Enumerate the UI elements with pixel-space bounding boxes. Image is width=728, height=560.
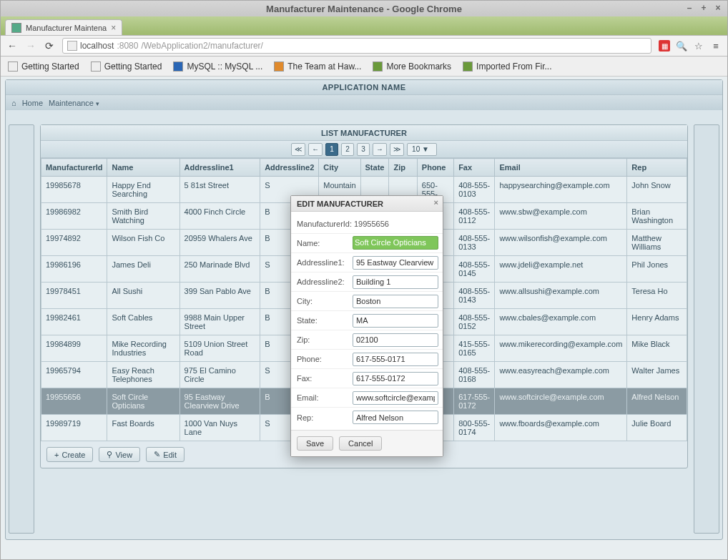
table-cell: Mike Recording Industries bbox=[107, 335, 179, 362]
menu-icon[interactable]: ≡ bbox=[710, 40, 722, 51]
breadcrumb-section[interactable]: Maintenance bbox=[49, 99, 99, 107]
table-cell: 408-555-0112 bbox=[454, 203, 495, 230]
bookmark-item[interactable]: Getting Started bbox=[91, 62, 162, 72]
table-cell: 19986982 bbox=[41, 203, 107, 230]
state-field[interactable] bbox=[353, 314, 438, 328]
bookmark-item[interactable]: Getting Started bbox=[8, 62, 79, 72]
column-header[interactable]: State bbox=[360, 159, 389, 177]
table-cell: 399 San Pablo Ave bbox=[179, 283, 260, 309]
city-field[interactable] bbox=[353, 295, 438, 308]
table-cell: 5109 Union Street Road bbox=[179, 335, 260, 362]
city-label: City: bbox=[291, 297, 353, 305]
addressline1-field[interactable] bbox=[353, 256, 438, 270]
paginator-next-button[interactable]: → bbox=[373, 143, 387, 156]
table-cell: Soft Circle Opticians bbox=[107, 388, 179, 415]
forward-button[interactable]: → bbox=[25, 40, 36, 51]
fax-field[interactable] bbox=[353, 372, 438, 385]
cancel-button[interactable]: Cancel bbox=[339, 436, 382, 451]
tab-close-icon[interactable]: × bbox=[111, 23, 116, 33]
table-cell: 19955656 bbox=[41, 388, 107, 415]
paginator-page-3[interactable]: 3 bbox=[357, 143, 370, 156]
breadcrumb-home[interactable]: Home bbox=[22, 99, 43, 107]
list-title: LIST MANUFACTURER bbox=[41, 125, 687, 141]
create-button[interactable]: +Create bbox=[46, 447, 93, 462]
dialog-footer: Save Cancel bbox=[291, 430, 443, 456]
table-cell: Soft Cables bbox=[107, 309, 179, 335]
column-header[interactable]: Phone bbox=[417, 159, 453, 177]
phone-field[interactable] bbox=[353, 353, 438, 366]
view-button[interactable]: ⚲View bbox=[99, 447, 140, 462]
paginator-page-1[interactable]: 1 bbox=[325, 143, 338, 156]
bookmark-item[interactable]: The Team at Haw... bbox=[274, 62, 361, 72]
bookmark-label: The Team at Haw... bbox=[287, 62, 361, 72]
table-cell: 95 Eastway Clearview Drive bbox=[179, 388, 260, 415]
view-label: View bbox=[115, 451, 132, 459]
bookmark-item[interactable]: MySQL :: MySQL ... bbox=[173, 62, 262, 72]
browser-tab[interactable]: Manufacturer Maintena × bbox=[5, 19, 122, 35]
table-cell: 19984899 bbox=[41, 335, 107, 362]
extension-icon[interactable]: ▦ bbox=[659, 40, 670, 51]
bookmarks-bar: Getting Started Getting Started MySQL ::… bbox=[1, 57, 727, 77]
close-window-icon[interactable]: × bbox=[713, 3, 723, 13]
table-cell: James Deli bbox=[107, 256, 179, 283]
table-cell: www.cbales@example.com bbox=[495, 309, 627, 335]
minimize-icon[interactable]: – bbox=[684, 3, 694, 13]
zip-field[interactable] bbox=[353, 333, 438, 347]
url-input[interactable]: localhost:8080/WebApplication2/manufactu… bbox=[62, 38, 651, 54]
nav-bar: ← → ⟳ localhost:8080/WebApplication2/man… bbox=[1, 35, 727, 57]
column-header[interactable]: Name bbox=[107, 159, 179, 177]
bookmark-label: Getting Started bbox=[21, 62, 79, 72]
rep-field[interactable] bbox=[353, 411, 438, 424]
bookmark-item[interactable]: Imported From Fir... bbox=[463, 62, 551, 72]
table-cell: Fast Boards bbox=[107, 415, 179, 441]
email-field[interactable] bbox=[353, 391, 438, 405]
table-cell: www.wilsonfish@example.com bbox=[495, 230, 627, 256]
column-header[interactable]: Email bbox=[495, 159, 627, 177]
bookmark-icon bbox=[373, 62, 383, 72]
table-cell: 975 El Camino Circle bbox=[179, 362, 260, 388]
dialog-title[interactable]: EDIT MANUFACTURER × bbox=[291, 196, 443, 212]
home-icon[interactable]: ⌂ bbox=[11, 99, 16, 107]
page-icon bbox=[67, 41, 77, 51]
a1-label: Addressline1: bbox=[291, 258, 353, 267]
back-button[interactable]: ← bbox=[6, 40, 18, 51]
reload-button[interactable]: ⟳ bbox=[44, 40, 55, 51]
column-header[interactable]: ManufacturerId bbox=[41, 159, 107, 177]
column-header[interactable]: City bbox=[319, 159, 360, 177]
column-header[interactable]: Fax bbox=[454, 159, 495, 177]
dialog-close-icon[interactable]: × bbox=[434, 198, 438, 207]
table-cell: John Snow bbox=[627, 177, 687, 203]
table-cell: happysearching@example.com bbox=[495, 177, 627, 203]
column-header[interactable]: Addressline1 bbox=[179, 159, 260, 177]
table-cell: 19974892 bbox=[41, 230, 107, 256]
plus-icon: + bbox=[54, 451, 59, 459]
zip-label: Zip: bbox=[291, 335, 353, 344]
table-cell: All Sushi bbox=[107, 283, 179, 309]
table-cell: Easy Reach Telephones bbox=[107, 362, 179, 388]
bookmark-item[interactable]: More Bookmarks bbox=[373, 62, 451, 72]
table-cell: www.jdeli@example.net bbox=[495, 256, 627, 283]
save-button[interactable]: Save bbox=[297, 436, 333, 451]
paginator-prev-button[interactable]: ← bbox=[308, 143, 323, 156]
paginator-page-2[interactable]: 2 bbox=[341, 143, 354, 156]
column-header[interactable]: Addressline2 bbox=[260, 159, 319, 177]
table-cell: 19965794 bbox=[41, 362, 107, 388]
paginator-size-select[interactable]: 10 ▼ bbox=[407, 143, 437, 156]
paginator: ≪ ← 1 2 3 → ≫ 10 ▼ bbox=[41, 141, 687, 158]
url-host: localhost bbox=[80, 41, 114, 51]
edit-button[interactable]: ✎Edit bbox=[146, 447, 185, 462]
column-header[interactable]: Zip bbox=[389, 159, 417, 177]
zoom-icon[interactable]: 🔍 bbox=[676, 40, 687, 51]
table-cell: Alfred Nelson bbox=[627, 388, 687, 415]
table-cell: Walter James bbox=[627, 362, 687, 388]
column-header[interactable]: Rep bbox=[627, 159, 687, 177]
bookmark-star-icon[interactable]: ☆ bbox=[693, 40, 704, 51]
paginator-last-button[interactable]: ≫ bbox=[390, 143, 404, 156]
create-label: Create bbox=[62, 451, 85, 459]
paginator-first-button[interactable]: ≪ bbox=[291, 143, 305, 156]
tab-favicon-icon bbox=[11, 23, 21, 33]
addressline2-field[interactable] bbox=[353, 275, 438, 289]
table-cell: www.mikerecording@example.com bbox=[495, 335, 627, 362]
maximize-icon[interactable]: + bbox=[699, 3, 709, 13]
name-field[interactable]: Soft Circle Opticians bbox=[353, 236, 438, 250]
